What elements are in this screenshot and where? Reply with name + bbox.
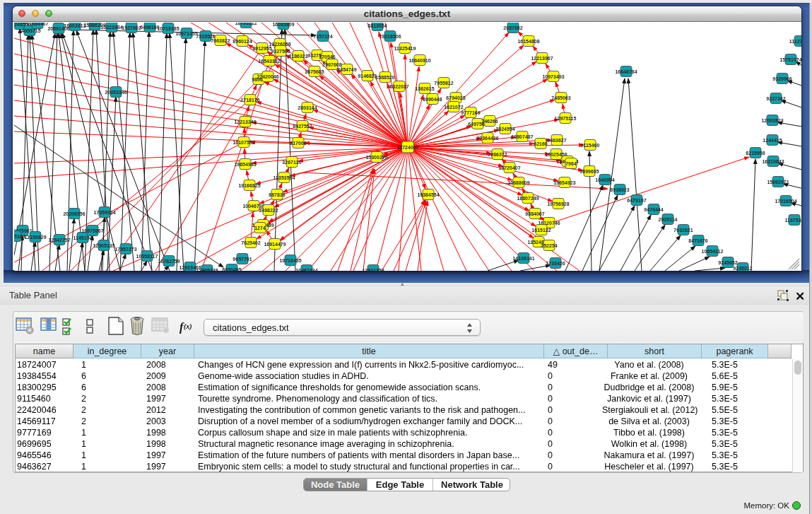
svg-text:1588520: 1588520 xyxy=(375,75,394,80)
svg-text:887833: 887833 xyxy=(269,192,285,197)
svg-text:19654923: 19654923 xyxy=(553,180,575,185)
svg-text:170546: 170546 xyxy=(319,54,335,59)
svg-text:20364436: 20364436 xyxy=(476,136,498,141)
svg-text:10467434: 10467434 xyxy=(295,268,317,271)
svg-text:2935114: 2935114 xyxy=(659,217,678,222)
svg-text:10958117: 10958117 xyxy=(136,254,158,259)
svg-text:2803144: 2803144 xyxy=(298,105,317,110)
svg-text:12213967: 12213967 xyxy=(531,56,553,61)
svg-text:8186323: 8186323 xyxy=(288,54,307,59)
svg-text:9777169: 9777169 xyxy=(461,110,480,115)
svg-text:11353594: 11353594 xyxy=(273,175,295,180)
svg-text:9227342: 9227342 xyxy=(766,96,785,101)
svg-text:817006: 817006 xyxy=(290,141,306,146)
svg-text:12921358: 12921358 xyxy=(362,268,384,271)
svg-text:11325419: 11325419 xyxy=(394,46,416,51)
svg-text:16154808: 16154808 xyxy=(517,39,539,44)
svg-text:7632621: 7632621 xyxy=(673,228,693,233)
svg-text:9463627: 9463627 xyxy=(547,138,566,143)
svg-text:3267130: 3267130 xyxy=(282,160,301,165)
svg-text:20206556: 20206556 xyxy=(63,211,85,216)
svg-text:1527602: 1527602 xyxy=(122,25,141,30)
svg-text:8938923: 8938923 xyxy=(610,187,629,192)
svg-text:19654985: 19654985 xyxy=(234,162,256,167)
svg-text:6479197: 6479197 xyxy=(627,198,646,203)
svg-text:18793212: 18793212 xyxy=(235,23,257,25)
svg-text:19166825: 19166825 xyxy=(238,183,260,188)
svg-text:12093823: 12093823 xyxy=(761,118,783,123)
svg-text:6794028: 6794028 xyxy=(446,95,465,100)
svg-text:16914479: 16914479 xyxy=(264,242,286,247)
svg-text:16640910: 16640910 xyxy=(408,58,430,63)
svg-text:9245652: 9245652 xyxy=(718,260,737,265)
svg-text:19218506: 19218506 xyxy=(379,34,401,39)
svg-text:16543382: 16543382 xyxy=(258,59,280,64)
svg-text:3824554: 3824554 xyxy=(495,127,514,132)
svg-text:8960124: 8960124 xyxy=(233,39,252,44)
svg-text:8912955: 8912955 xyxy=(252,46,271,51)
svg-text:1167534: 1167534 xyxy=(785,218,801,223)
svg-text:16782759: 16782759 xyxy=(158,259,180,264)
svg-text:8650495: 8650495 xyxy=(222,267,241,271)
svg-text:18807249: 18807249 xyxy=(517,196,539,201)
svg-text:8990448: 8990448 xyxy=(423,97,442,102)
svg-text:8215958: 8215958 xyxy=(746,151,765,156)
svg-text:1640954: 1640954 xyxy=(595,177,614,182)
svg-text:9329966: 9329966 xyxy=(772,76,792,81)
svg-text:1362615: 1362615 xyxy=(415,86,434,91)
svg-text:20053346: 20053346 xyxy=(105,90,126,95)
svg-text:9327505: 9327505 xyxy=(271,49,290,54)
svg-text:9899695: 9899695 xyxy=(579,169,599,174)
svg-text:7357224: 7357224 xyxy=(313,34,332,39)
svg-text:9474444: 9474444 xyxy=(644,207,663,212)
svg-text:10688609: 10688609 xyxy=(507,180,529,185)
svg-text:15300275: 15300275 xyxy=(365,155,387,160)
svg-text:19716485: 19716485 xyxy=(279,258,301,263)
svg-text:14136141: 14136141 xyxy=(512,256,534,261)
svg-text:17957273: 17957273 xyxy=(114,247,136,252)
svg-text:10223984: 10223984 xyxy=(100,25,122,30)
svg-text:17016504: 17016504 xyxy=(775,199,796,204)
svg-text:9657791: 9657791 xyxy=(233,257,252,262)
svg-text:8471676: 8471676 xyxy=(688,238,707,243)
svg-text:7986372: 7986372 xyxy=(488,152,507,157)
svg-text:9884067: 9884067 xyxy=(525,211,544,216)
svg-text:17359924: 17359924 xyxy=(93,210,115,215)
svg-text:7625402: 7625402 xyxy=(241,240,260,245)
svg-text:1733426: 1733426 xyxy=(546,261,565,266)
svg-text:19756928: 19756928 xyxy=(547,201,569,206)
svg-text:746266: 746266 xyxy=(481,119,498,124)
svg-text:12942757: 12942757 xyxy=(48,238,70,243)
svg-text:3498222: 3498222 xyxy=(259,208,278,213)
svg-text:3915184: 3915184 xyxy=(14,234,25,239)
svg-text:12975115: 12975115 xyxy=(555,116,577,121)
svg-text:16648784: 16648784 xyxy=(615,69,637,74)
svg-text:10973493: 10973493 xyxy=(542,74,564,79)
svg-text:9245012: 9245012 xyxy=(733,266,752,271)
svg-text:8454749: 8454749 xyxy=(337,67,356,72)
svg-text:11127518: 11127518 xyxy=(789,39,801,44)
svg-text:10671355: 10671355 xyxy=(175,31,197,36)
svg-text:10807487: 10807487 xyxy=(511,134,533,139)
svg-text:9146821: 9146821 xyxy=(358,74,377,78)
svg-text:18724007: 18724007 xyxy=(396,145,418,150)
svg-text:10975867: 10975867 xyxy=(81,228,103,233)
svg-text:12213349: 12213349 xyxy=(234,119,256,124)
svg-text:2087682: 2087682 xyxy=(503,25,522,30)
svg-text:3875685: 3875685 xyxy=(305,69,324,74)
svg-text:1244415: 1244415 xyxy=(763,138,782,143)
svg-text:16210643: 16210643 xyxy=(762,159,784,164)
svg-text:1274: 1274 xyxy=(254,226,266,230)
svg-text:12905348: 12905348 xyxy=(196,268,218,271)
svg-text:1615132: 1615132 xyxy=(531,228,551,233)
svg-text:15720407: 15720407 xyxy=(498,165,520,170)
svg-text:7485063: 7485063 xyxy=(551,95,570,100)
svg-text:15692971: 15692971 xyxy=(767,180,789,185)
svg-text:62160: 62160 xyxy=(534,141,548,146)
svg-text:8427552: 8427552 xyxy=(293,124,312,129)
svg-text:1621072: 1621072 xyxy=(444,105,463,110)
svg-text:15751074: 15751074 xyxy=(779,57,801,62)
svg-text:7663822: 7663822 xyxy=(211,38,230,43)
svg-text:10719185: 10719185 xyxy=(157,26,179,31)
svg-text:7964: 7964 xyxy=(565,161,577,166)
